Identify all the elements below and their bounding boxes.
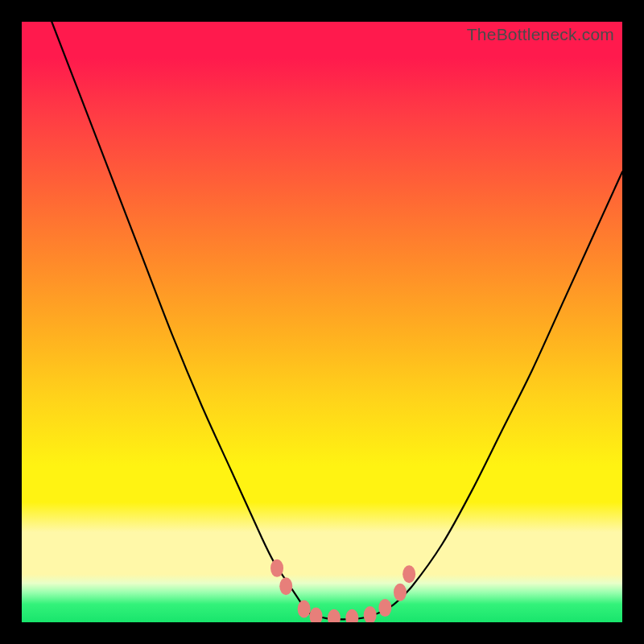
plot-area: TheBottleneck.com	[22, 22, 622, 622]
chart-frame: TheBottleneck.com	[0, 0, 644, 644]
curve-svg	[22, 22, 622, 622]
curve-right-branch	[382, 172, 622, 612]
valley-marker	[345, 609, 358, 622]
valley-marker	[298, 601, 311, 618]
valley-marker	[402, 565, 415, 583]
valley-marker	[279, 577, 292, 595]
valley-marker	[378, 599, 391, 617]
valley-marker	[270, 559, 283, 577]
valley-marker	[394, 584, 407, 601]
valley-marker	[310, 608, 323, 622]
curve-left-branch	[52, 22, 310, 613]
valley-marker	[364, 606, 377, 622]
valley-marker	[328, 609, 341, 622]
